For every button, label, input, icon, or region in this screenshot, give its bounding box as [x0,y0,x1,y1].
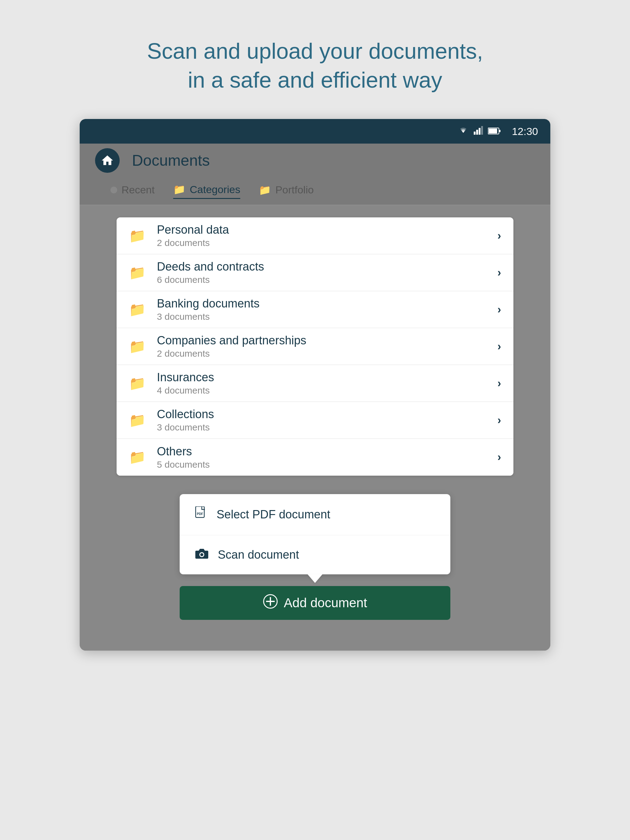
svg-rect-7 [196,507,204,518]
portfolio-folder-icon: 📁 [259,184,271,196]
folder-icon-others: 📁 [129,449,146,465]
add-circle-icon [263,594,278,612]
svg-rect-2 [479,128,481,135]
category-info-collections: Collections 3 documents [157,408,497,433]
popup-menu: PDF Select PDF document Scan document [180,494,450,574]
category-list: 📁 Personal data 2 documents › 📁 Deeds an… [117,217,513,476]
add-document-button[interactable]: Add document [180,586,450,620]
category-name-insurances: Insurances [157,371,497,384]
pdf-icon: PDF [195,507,207,523]
folder-icon-insurances: 📁 [129,376,146,392]
category-name-companies: Companies and partnerships [157,334,497,347]
category-name-personal: Personal data [157,223,497,237]
category-count-others: 5 documents [157,459,497,470]
svg-rect-3 [481,126,483,135]
app-header: Documents [80,144,550,177]
category-item-banking[interactable]: 📁 Banking documents 3 documents › [117,291,513,328]
category-count-banking: 3 documents [157,311,497,322]
home-icon [101,154,114,167]
tab-recent-label: Recent [122,184,155,196]
category-count-collections: 3 documents [157,422,497,433]
status-bar: 12:30 [80,119,550,144]
category-name-collections: Collections [157,408,497,421]
category-count-personal: 2 documents [157,238,497,248]
category-item-others[interactable]: 📁 Others 5 documents › [117,439,513,476]
chevron-right-deeds: › [497,266,501,279]
tab-portfolio-label: Portfolio [275,184,314,196]
category-info-others: Others 5 documents [157,445,497,470]
battery-icon [488,126,501,137]
tabs-bar: Recent 📁 Categories 📁 Portfolio [80,177,550,205]
status-time: 12:30 [512,125,538,137]
category-info-companies: Companies and partnerships 2 documents [157,334,497,359]
svg-rect-5 [489,128,497,133]
scan-doc-label: Scan document [218,548,299,561]
select-pdf-label: Select PDF document [217,508,330,521]
chevron-right-insurances: › [497,377,501,390]
chevron-right-collections: › [497,414,501,427]
svg-rect-0 [474,132,476,135]
status-icons: 12:30 [458,125,538,137]
chevron-right-others: › [497,451,501,464]
category-info-deeds: Deeds and contracts 6 documents [157,260,497,285]
category-item-personal[interactable]: 📁 Personal data 2 documents › [117,217,513,254]
popup-arrow [308,574,322,583]
recent-dot-icon [111,186,117,193]
tab-categories-label: Categories [190,183,240,196]
category-item-deeds[interactable]: 📁 Deeds and contracts 6 documents › [117,254,513,291]
folder-icon-deeds: 📁 [129,265,146,281]
category-name-deeds: Deeds and contracts [157,260,497,273]
category-count-deeds: 6 documents [157,275,497,285]
add-document-label: Add document [284,595,367,610]
popup-item-scan[interactable]: Scan document [180,535,450,574]
home-button[interactable] [95,148,120,173]
app-frame: 12:30 Documents Recent 📁 Categories 📁 Po… [80,119,550,651]
svg-point-10 [200,553,203,556]
tab-recent[interactable]: Recent [111,184,155,198]
category-info-personal: Personal data 2 documents [157,223,497,248]
svg-rect-6 [499,130,500,132]
folder-icon-collections: 📁 [129,412,146,428]
content-area: 📁 Personal data 2 documents › 📁 Deeds an… [80,205,550,651]
category-item-insurances[interactable]: 📁 Insurances 4 documents › [117,365,513,402]
category-count-insurances: 4 documents [157,385,497,396]
category-name-others: Others [157,445,497,458]
svg-text:PDF: PDF [197,512,203,516]
wifi-icon [458,125,469,137]
folder-icon-companies: 📁 [129,338,146,355]
svg-rect-1 [476,130,478,135]
category-name-banking: Banking documents [157,297,497,310]
folder-icon-personal: 📁 [129,228,146,244]
tab-portfolio[interactable]: 📁 Portfolio [259,184,314,198]
category-info-banking: Banking documents 3 documents [157,297,497,322]
category-item-collections[interactable]: 📁 Collections 3 documents › [117,402,513,439]
category-count-companies: 2 documents [157,348,497,359]
categories-folder-icon: 📁 [173,183,185,195]
chevron-right-banking: › [497,303,501,316]
app-title: Documents [132,152,210,169]
hero-line1: Scan and upload your documents, [147,39,483,63]
popup-item-select-pdf[interactable]: PDF Select PDF document [180,494,450,535]
signal-icon [474,125,483,137]
hero-section: Scan and upload your documents, in a saf… [147,37,483,95]
hero-line2: in a safe and efficient way [188,68,442,92]
camera-icon [195,548,209,562]
category-item-companies[interactable]: 📁 Companies and partnerships 2 documents… [117,328,513,365]
category-info-insurances: Insurances 4 documents [157,371,497,396]
folder-icon-banking: 📁 [129,302,146,317]
chevron-right-companies: › [497,340,501,353]
svg-rect-13 [266,601,275,602]
chevron-right-personal: › [497,229,501,242]
tab-categories[interactable]: 📁 Categories [173,183,240,199]
